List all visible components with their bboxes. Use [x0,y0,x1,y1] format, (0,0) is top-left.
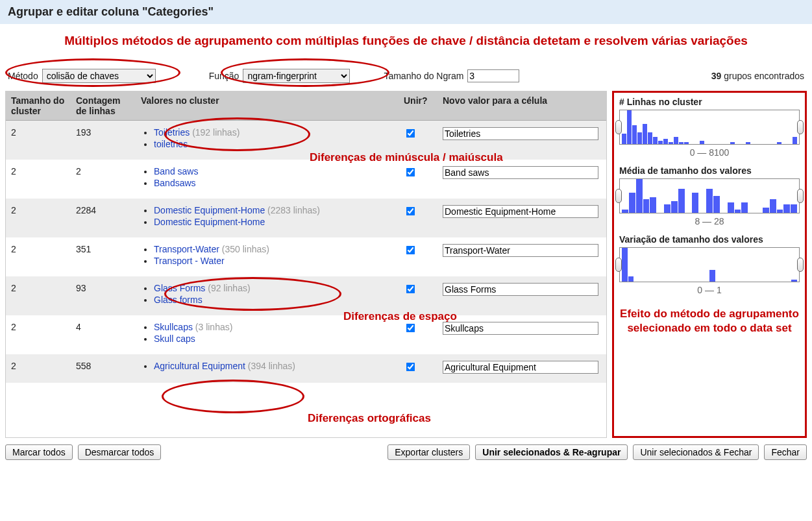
merge-checkbox[interactable] [406,167,415,176]
hist1-handle-right[interactable] [797,120,804,134]
merge-checkbox[interactable] [406,245,415,254]
cell-merge [399,237,437,276]
merge-close-button[interactable]: Unir selecionados & Fechar [633,444,759,460]
hist2-range: 8 — 28 [619,216,800,226]
hist1-handle-left[interactable] [615,120,622,134]
newval-input[interactable] [443,244,598,257]
hist-bar [679,142,683,144]
hist1-range: 0 — 8100 [619,147,800,158]
hist3-handle-left[interactable] [615,258,622,272]
merge-recluster-button[interactable]: Unir selecionados & Re-agrupar [475,444,628,460]
annotation-ellipse-row6 [162,380,304,413]
cluster-value-link[interactable]: Domestic Equipment-Home [154,217,265,227]
cell-row-count: 193 [71,120,136,160]
cluster-value-link[interactable]: Transport-Water [154,244,219,254]
newval-input[interactable] [443,127,598,140]
hist-bar [643,199,650,213]
function-select[interactable]: ngram-fingerprint [243,69,350,83]
cell-row-count: 558 [71,354,136,383]
cluster-value-link[interactable]: Domestic Equipment-Home [154,205,265,215]
cluster-value-count: (394 linhas) [245,361,295,371]
hist-bar [622,210,628,213]
annotation-side-caption: Efeito do método de agrupamento selecion… [619,307,800,335]
cluster-value-count: (92 linhas) [205,283,250,293]
cell-cluster-size: 2 [6,354,71,383]
cluster-value-link[interactable]: Bandsaws [154,178,196,188]
cluster-value-link[interactable]: Band saws [154,166,198,176]
hist-bar [632,125,637,144]
col-values: Valores no cluster [136,91,399,121]
cell-newval [437,315,606,354]
cluster-value-link[interactable]: Glass Forms [154,283,205,293]
cell-row-count: 351 [71,237,136,276]
table-row: 22Band sawsBandsaws [6,160,606,199]
hist-bar [669,142,673,144]
hist1-title: # Linhas no cluster [619,97,800,107]
cluster-value-link[interactable]: Transport - Water [154,256,225,266]
hist-bar [706,189,713,212]
list-item: Band saws [154,166,393,176]
hist-bar [777,142,781,144]
newval-input[interactable] [443,361,598,374]
list-item: Glass forms [154,295,393,305]
hist-bar [770,199,776,213]
export-clusters-button[interactable]: Exportar clusters [388,444,470,460]
hist-bar [709,270,715,282]
list-item: Transport-Water (350 linhas) [154,244,393,254]
col-newval: Novo valor para a célula [437,91,606,121]
clusters-table-container[interactable]: Tamanho do cluster Contagem de linhas Va… [5,91,607,438]
list-item: Skullcaps (3 linhas) [154,322,393,332]
newval-input[interactable] [443,205,598,218]
hist-bar [664,204,671,213]
cell-row-count: 4 [71,315,136,354]
hist3-title: Variação de tamanho dos valores [619,234,800,245]
merge-checkbox[interactable] [406,128,415,138]
deselect-all-button[interactable]: Desmarcar todos [78,444,162,460]
hist-bar [636,179,643,213]
hist2-handle-right[interactable] [797,189,804,203]
cluster-value-link[interactable]: Skull caps [154,333,195,344]
list-item: Bandsaws [154,178,393,188]
cluster-value-link[interactable]: Toiletries [154,127,190,138]
hist2-handle-left[interactable] [615,189,622,203]
hist-bar [629,193,635,213]
hist-bar [777,210,783,213]
cell-newval [437,237,606,276]
cluster-value-link[interactable]: Skullcaps [154,322,193,332]
list-item: Agricultural Equipment (394 linhas) [154,361,393,371]
cell-cluster-size: 2 [6,315,71,354]
cell-newval [437,160,606,199]
close-button[interactable]: Fechar [764,444,807,460]
hist3 [619,247,800,282]
hist-bar [674,137,678,143]
merge-checkbox[interactable] [406,323,415,332]
hist-bar [663,139,668,144]
cell-cluster-size: 2 [6,276,71,315]
merge-checkbox[interactable] [406,362,415,371]
newval-input[interactable] [443,283,598,296]
newval-input[interactable] [443,322,598,335]
cell-cluster-values: Skullcaps (3 linhas)Skull caps [136,315,399,354]
cluster-value-link[interactable]: Agricultural Equipment [154,361,245,371]
cluster-value-count: (192 linhas) [190,127,240,138]
newval-input[interactable] [443,166,598,179]
hist3-handle-right[interactable] [797,258,804,272]
col-row-count: Contagem de linhas [71,91,136,121]
hist-bar [653,137,658,143]
cell-merge [399,199,437,237]
cluster-value-link[interactable]: Glass forms [154,295,203,305]
method-select[interactable]: colisão de chaves [42,69,156,83]
hist-bar [692,193,698,213]
hist-bar [728,202,734,213]
merge-checkbox[interactable] [406,284,415,293]
cell-cluster-values: Domestic Equipment-Home (2283 linhas)Dom… [136,199,399,237]
annotation-spelling-diff: Diferenças ortográficas [308,412,431,425]
select-all-button[interactable]: Marcar todos [5,444,73,460]
table-row: 2351Transport-Water (350 linhas)Transpor… [6,237,606,276]
table-row: 22284Domestic Equipment-Home (2283 linha… [6,199,606,237]
merge-checkbox[interactable] [406,206,415,215]
cluster-value-link[interactable]: toiletries [154,139,188,149]
ngram-size-input[interactable] [467,69,519,82]
cell-cluster-size: 2 [6,160,71,199]
table-row: 2193Toiletries (192 linhas)toiletries [6,120,606,160]
